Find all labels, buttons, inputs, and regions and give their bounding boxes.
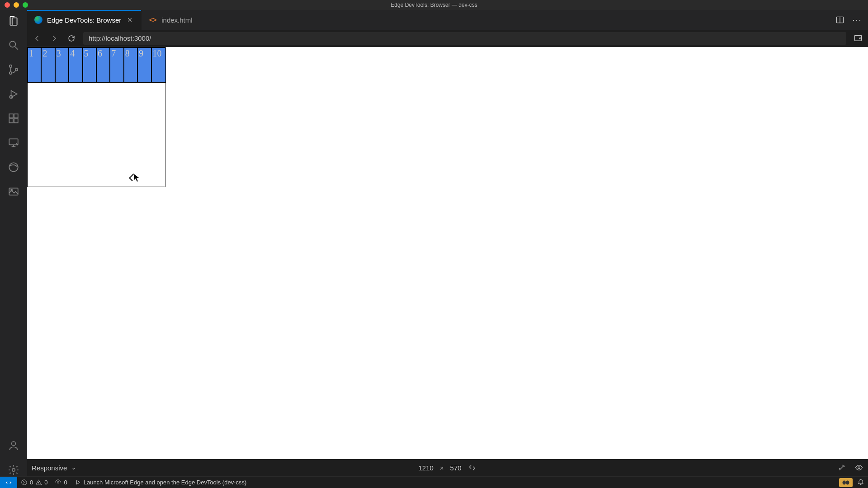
cell: 10 — [151, 47, 166, 83]
run-debug-icon[interactable] — [7, 88, 20, 100]
source-control-icon[interactable] — [7, 63, 20, 76]
cell: 5 — [83, 47, 96, 83]
svg-point-18 — [12, 469, 15, 472]
browser-viewport[interactable]: 1 2 3 4 5 6 7 8 9 10 — [27, 47, 868, 459]
window-minimize-button[interactable] — [14, 2, 19, 8]
remote-explorer-icon[interactable] — [7, 136, 20, 149]
editor-area: Edge DevTools: Browser <> index.html ··· — [27, 10, 868, 476]
image-icon[interactable] — [7, 185, 20, 198]
svg-point-17 — [12, 441, 16, 446]
back-button[interactable] — [32, 33, 42, 44]
svg-point-4 — [15, 68, 18, 70]
tab-label: Edge DevTools: Browser — [47, 16, 121, 24]
tab-index-html[interactable]: <> index.html — [142, 10, 200, 30]
notifications-bell-icon[interactable] — [857, 478, 864, 487]
cell: 2 — [41, 47, 55, 83]
reload-button[interactable] — [66, 33, 77, 44]
settings-gear-icon[interactable] — [7, 464, 20, 476]
close-icon[interactable] — [126, 16, 134, 24]
tab-label: index.html — [161, 16, 192, 24]
browser-nav-bar: http://localhost:3000/ — [27, 30, 868, 47]
tabs-actions: ··· — [835, 10, 868, 30]
html-file-icon: <> — [149, 16, 157, 24]
cell: 6 — [96, 47, 110, 83]
accounts-icon[interactable] — [7, 439, 20, 452]
split-editor-icon[interactable] — [835, 15, 844, 24]
tabs-row: Edge DevTools: Browser <> index.html ··· — [27, 10, 868, 30]
status-bar: 0 0 0 Launch Microsoft Edge and open the… — [0, 476, 868, 488]
titlebar: Edge DevTools: Browser — dev-css — [0, 0, 868, 10]
svg-point-30 — [57, 482, 59, 483]
device-mode-dropdown[interactable]: Responsive ⌄ — [32, 464, 76, 472]
error-count: 0 — [30, 479, 33, 486]
copilot-icon[interactable] — [839, 478, 853, 487]
search-icon[interactable] — [7, 39, 20, 52]
svg-point-14 — [9, 163, 18, 172]
cell: 7 — [110, 47, 123, 83]
svg-rect-6 — [9, 114, 13, 118]
svg-point-32 — [846, 480, 849, 484]
problems-indicator[interactable]: 0 0 — [17, 477, 51, 488]
cell: 8 — [124, 47, 137, 83]
cell: 9 — [137, 47, 151, 83]
ports-indicator[interactable]: 0 — [51, 477, 71, 488]
ports-count: 0 — [64, 479, 67, 486]
warning-count: 0 — [44, 479, 47, 486]
explorer-icon[interactable] — [7, 14, 20, 27]
dimensions-separator: × — [440, 464, 444, 472]
edge-icon — [34, 16, 42, 24]
url-input[interactable]: http://localhost:3000/ — [83, 32, 846, 45]
device-toolbar: Responsive ⌄ 1210 × 570 — [27, 459, 868, 476]
remote-indicator[interactable] — [0, 477, 17, 488]
svg-rect-9 — [14, 119, 18, 123]
svg-point-31 — [843, 480, 846, 484]
empty-area — [28, 83, 165, 187]
tab-edge-devtools-browser[interactable]: Edge DevTools: Browser — [27, 10, 142, 30]
launch-task[interactable]: Launch Microsoft Edge and open the Edge … — [71, 477, 250, 488]
cell: 4 — [69, 47, 82, 83]
rotate-icon[interactable] — [468, 463, 477, 472]
viewport-width[interactable]: 1210 — [418, 464, 433, 472]
svg-line-1 — [15, 47, 18, 50]
traffic-lights — [0, 2, 28, 8]
svg-point-3 — [9, 72, 12, 74]
svg-point-0 — [9, 41, 15, 47]
window-close-button[interactable] — [5, 2, 10, 8]
svg-point-24 — [858, 467, 860, 469]
svg-point-2 — [9, 65, 12, 67]
edge-tools-icon[interactable] — [7, 161, 20, 174]
device-mode-label: Responsive — [32, 464, 67, 472]
svg-rect-8 — [9, 119, 13, 123]
page-container: 1 2 3 4 5 6 7 8 9 10 — [27, 47, 165, 187]
forward-button[interactable] — [49, 33, 60, 44]
launch-label: Launch Microsoft Edge and open the Edge … — [84, 479, 247, 486]
cells-row: 1 2 3 4 5 6 7 8 9 10 — [28, 47, 165, 83]
extensions-icon[interactable] — [7, 112, 20, 125]
window-maximize-button[interactable] — [23, 2, 28, 8]
eye-icon[interactable] — [854, 463, 863, 472]
window-title: Edge DevTools: Browser — dev-css — [391, 2, 477, 8]
magic-wand-icon[interactable] — [837, 463, 846, 472]
chevron-down-icon: ⌄ — [71, 465, 76, 471]
cell: 3 — [55, 47, 69, 83]
toggle-screencast-icon[interactable] — [853, 33, 863, 44]
svg-rect-7 — [14, 114, 18, 118]
more-actions-icon[interactable]: ··· — [853, 15, 862, 24]
viewport-height[interactable]: 570 — [450, 464, 462, 472]
url-text: http://localhost:3000/ — [89, 34, 151, 42]
page-body: 1 2 3 4 5 6 7 8 9 10 — [27, 47, 165, 187]
cell: 1 — [28, 47, 41, 83]
activity-bar — [0, 10, 27, 476]
